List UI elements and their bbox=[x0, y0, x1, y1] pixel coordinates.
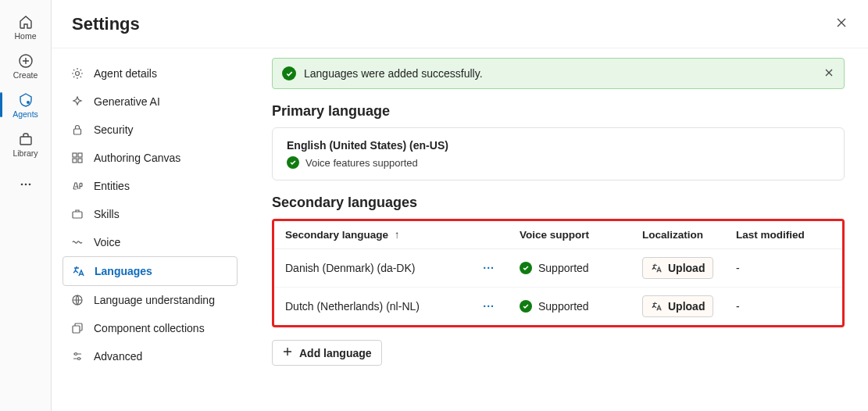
close-icon bbox=[823, 67, 834, 80]
language-name: Dutch (Netherlands) (nl-NL) bbox=[285, 300, 420, 313]
nav-label: Authoring Canvas bbox=[94, 152, 180, 164]
success-alert: Languages were added successfully. bbox=[272, 58, 845, 89]
col-header-language[interactable]: Secondary language ↑ bbox=[274, 221, 509, 249]
nav-language-understanding[interactable]: Language understanding bbox=[63, 286, 238, 314]
ellipsis-icon bbox=[18, 177, 34, 192]
svg-rect-14 bbox=[73, 326, 80, 333]
nav-label: Voice bbox=[94, 236, 120, 248]
rail-label: Library bbox=[13, 148, 38, 158]
gear-icon bbox=[70, 66, 84, 80]
svg-rect-9 bbox=[78, 153, 82, 157]
app-rail: Home Create Agents Library bbox=[0, 0, 52, 411]
translate-icon bbox=[71, 264, 85, 278]
lock-icon bbox=[70, 123, 84, 137]
add-language-button[interactable]: Add language bbox=[272, 340, 382, 366]
translate-icon bbox=[651, 301, 662, 312]
nav-label: Agent details bbox=[94, 67, 157, 80]
row-more-button[interactable]: ··· bbox=[480, 300, 498, 313]
last-modified: - bbox=[736, 262, 740, 274]
alert-message: Languages were added successfully. bbox=[304, 67, 816, 80]
table-header-row: Secondary language ↑ Voice support Local… bbox=[274, 221, 842, 249]
rail-item-home[interactable]: Home bbox=[0, 8, 51, 45]
nav-security[interactable]: Security bbox=[63, 116, 238, 144]
primary-voice-status-text: Voice features supported bbox=[305, 157, 418, 169]
sliders-icon bbox=[70, 349, 84, 363]
nav-voice[interactable]: Voice bbox=[63, 228, 238, 256]
upload-button-label: Upload bbox=[668, 262, 705, 274]
svg-point-3 bbox=[20, 184, 23, 186]
col-header-label: Last modified bbox=[736, 229, 805, 241]
alert-dismiss-button[interactable] bbox=[823, 67, 834, 80]
primary-heading: Primary language bbox=[272, 103, 845, 120]
check-circle-icon bbox=[282, 66, 296, 80]
svg-rect-8 bbox=[73, 153, 77, 157]
rail-item-create[interactable]: Create bbox=[0, 47, 51, 84]
nav-advanced[interactable]: Advanced bbox=[63, 342, 238, 370]
nav-authoring-canvas[interactable]: Authoring Canvas bbox=[63, 144, 238, 172]
nav-label: Component collections bbox=[94, 322, 205, 334]
nav-label: Languages bbox=[95, 265, 152, 277]
secondary-languages-table: Secondary language ↑ Voice support Local… bbox=[274, 221, 842, 325]
primary-language-card: English (United States) (en-US) Voice fe… bbox=[272, 127, 845, 180]
nav-label: Entities bbox=[94, 180, 130, 192]
rail-label: Agents bbox=[13, 109, 38, 119]
rail-item-agents[interactable]: Agents bbox=[0, 86, 51, 123]
nav-label: Security bbox=[94, 123, 134, 136]
nav-label: Advanced bbox=[94, 350, 142, 363]
rail-label: Create bbox=[13, 70, 38, 80]
svg-rect-7 bbox=[74, 129, 81, 134]
plus-circle-icon bbox=[18, 53, 34, 69]
svg-point-5 bbox=[28, 184, 30, 186]
close-button[interactable] bbox=[830, 13, 852, 35]
rail-item-more[interactable] bbox=[0, 170, 51, 197]
settings-header: Settings bbox=[52, 0, 868, 48]
globe-icon bbox=[70, 293, 84, 307]
check-circle-icon bbox=[520, 300, 532, 313]
add-language-label: Add language bbox=[299, 347, 372, 359]
primary-voice-status: Voice features supported bbox=[287, 156, 830, 169]
nav-skills[interactable]: Skills bbox=[63, 200, 238, 228]
nav-entities[interactable]: Entities bbox=[63, 172, 238, 200]
svg-rect-2 bbox=[20, 137, 31, 145]
app-root: Home Create Agents Library bbox=[0, 0, 868, 411]
settings-body: Agent details Generative AI Security Aut… bbox=[52, 48, 868, 411]
table-row: Dutch (Netherlands) (nl-NL) ··· bbox=[274, 288, 842, 326]
col-header-localization[interactable]: Localization bbox=[631, 221, 725, 249]
home-icon bbox=[18, 14, 34, 30]
sparkle-icon bbox=[70, 95, 84, 109]
nav-component-collections[interactable]: Component collections bbox=[63, 314, 238, 342]
nav-label: Language understanding bbox=[94, 294, 215, 306]
nav-label: Generative AI bbox=[94, 95, 160, 108]
table-row: Danish (Denmark) (da-DK) ··· bbox=[274, 249, 842, 288]
check-circle-icon bbox=[287, 156, 299, 169]
ellipsis-icon: ··· bbox=[483, 262, 495, 274]
nav-languages[interactable]: Languages bbox=[63, 256, 238, 286]
nav-agent-details[interactable]: Agent details bbox=[63, 59, 238, 88]
rail-item-library[interactable]: Library bbox=[0, 125, 51, 163]
svg-point-4 bbox=[24, 184, 27, 186]
svg-rect-12 bbox=[73, 212, 82, 218]
sort-asc-icon: ↑ bbox=[395, 229, 400, 241]
upload-button[interactable]: Upload bbox=[642, 257, 713, 279]
col-header-modified[interactable]: Last modified bbox=[725, 221, 842, 249]
upload-button[interactable]: Upload bbox=[642, 295, 713, 317]
svg-rect-11 bbox=[78, 159, 82, 163]
briefcase-icon bbox=[70, 207, 84, 221]
nav-generative-ai[interactable]: Generative AI bbox=[63, 88, 238, 116]
svg-point-16 bbox=[78, 358, 80, 360]
primary-language-name: English (United States) (en-US) bbox=[287, 139, 830, 152]
secondary-heading: Secondary languages bbox=[272, 195, 845, 211]
svg-point-15 bbox=[75, 353, 77, 356]
col-header-label: Voice support bbox=[520, 229, 589, 241]
row-more-button[interactable]: ··· bbox=[480, 262, 498, 274]
settings-nav: Agent details Generative AI Security Aut… bbox=[52, 48, 248, 411]
rail-label: Home bbox=[14, 31, 36, 41]
svg-rect-10 bbox=[73, 159, 77, 163]
voice-support-text: Supported bbox=[538, 300, 589, 313]
ellipsis-icon: ··· bbox=[483, 300, 495, 313]
nav-label: Skills bbox=[94, 208, 120, 220]
last-modified: - bbox=[736, 300, 740, 313]
entity-icon bbox=[70, 179, 84, 193]
col-header-voice[interactable]: Voice support bbox=[509, 221, 631, 249]
check-circle-icon bbox=[520, 262, 532, 274]
